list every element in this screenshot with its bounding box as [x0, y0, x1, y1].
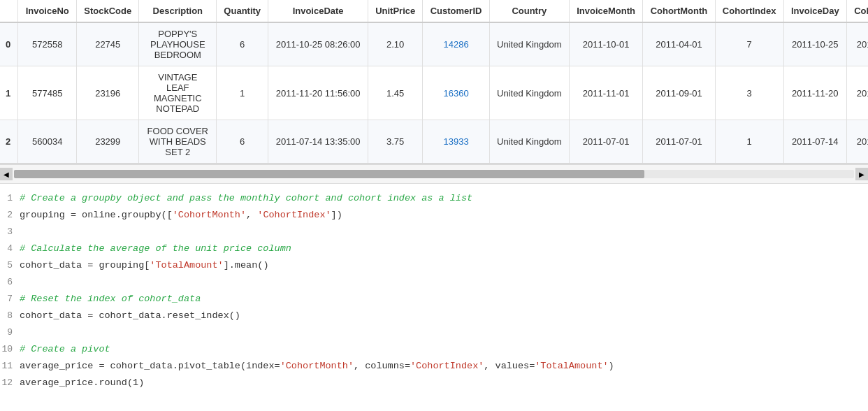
data-table: InvoiceNo StockCode Description Quantity… [0, 0, 868, 164]
table-cell: 572558 [18, 22, 77, 66]
code-token: 'CohortIndex' [410, 361, 484, 371]
code-token: 'TotalAmount' [150, 260, 223, 271]
line-number: 7 [0, 291, 20, 307]
scroll-track[interactable] [14, 170, 854, 178]
code-content: # Create a groupby object and pass the m… [20, 191, 868, 207]
line-number: 3 [0, 224, 20, 240]
table-cell: 1.45 [368, 66, 423, 120]
table-cell: 13933 [423, 120, 489, 164]
code-section: 1# Create a groupby object and pass the … [0, 184, 868, 399]
table-cell: 3 [715, 66, 783, 120]
table-cell: 2011-11-01 [569, 66, 642, 120]
table-cell: 1 [0, 66, 18, 120]
col-header-country: Country [489, 0, 569, 22]
table-cell: 2011-07-1 [846, 120, 868, 164]
col-header-invoiceno: InvoiceNo [18, 0, 77, 22]
code-token: average_price = cohort_data.pivot_table(… [20, 361, 280, 371]
code-token: , [246, 210, 257, 220]
line-number: 12 [0, 375, 20, 391]
table-cell: 2011-04-01 [643, 22, 715, 66]
code-content: average_price.round(1) [20, 375, 868, 391]
code-line: 8cohort_data = cohort_data.reset_index() [0, 308, 868, 325]
code-content: cohort_data = cohort_data.reset_index() [20, 308, 868, 324]
line-number: 5 [0, 258, 20, 273]
line-number: 6 [0, 275, 20, 290]
table-cell: POPPY'S PLAYHOUSE BEDROOM [139, 22, 217, 66]
code-token: 'TotalAmount' [535, 361, 608, 371]
code-line: 9 [0, 325, 868, 342]
scroll-bar-row: ◀ ▶ [0, 164, 868, 184]
col-header-description: Description [139, 0, 217, 22]
table-cell: 2.10 [368, 22, 423, 66]
code-token: 'CohortMonth' [280, 361, 354, 371]
code-token: ].mean() [224, 260, 269, 271]
table-row: 256003423299FOOD COVER WITH BEADS SET 26… [0, 120, 868, 164]
code-token: cohort_data = cohort_data.reset_index() [20, 310, 240, 321]
table-cell: 2011-07-01 [643, 120, 715, 164]
table-cell: 23299 [77, 120, 139, 164]
code-token: ) [609, 361, 614, 371]
col-header-invoiceday: InvoiceDay [783, 0, 846, 22]
line-number: 10 [0, 342, 20, 357]
table-cell: 2011-07-14 13:35:00 [268, 120, 368, 164]
line-number: 8 [0, 308, 20, 324]
col-header-unitprice: UnitPrice [368, 0, 423, 22]
table-cell: 23196 [77, 66, 139, 120]
code-line: 6 [0, 275, 868, 291]
table-cell: 2011-10-25 08:26:00 [268, 22, 368, 66]
col-header-customerid: CustomerID [423, 0, 489, 22]
table-cell: United Kingdom [489, 66, 569, 120]
code-line: 5cohort_data = grouping['TotalAmount'].m… [0, 258, 868, 275]
table-cell: 1 [217, 66, 268, 120]
line-number: 2 [0, 208, 20, 223]
scroll-left-button[interactable]: ◀ [0, 168, 13, 180]
col-header-cohortindex: CohortIndex [715, 0, 783, 22]
scroll-thumb [14, 170, 644, 178]
table-cell: 14286 [423, 22, 489, 66]
table-cell: United Kingdom [489, 120, 569, 164]
code-token: cohort_data = grouping[ [20, 260, 150, 271]
col-header-stockcode: StockCode [77, 0, 139, 22]
table-cell: 2011-10-25 [783, 22, 846, 66]
table-row: 157748523196VINTAGE LEAF MAGNETIC NOTEPA… [0, 66, 868, 120]
table-cell: 2011-09-01 [643, 66, 715, 120]
table-cell: United Kingdom [489, 22, 569, 66]
code-token: ]) [331, 210, 342, 220]
table-cell: 2011-09-1 [846, 66, 868, 120]
code-content: # Calculate the average of the unit pric… [20, 241, 868, 257]
table-cell: 3.75 [368, 120, 423, 164]
table-cell: 2011-10-01 [569, 22, 642, 66]
code-line: 1# Create a groupby object and pass the … [0, 191, 868, 208]
table-cell: 2011-07-01 [569, 120, 642, 164]
table-cell: 577485 [18, 66, 77, 120]
code-token: average_price.round(1) [20, 377, 144, 388]
code-content: grouping = online.groupby(['CohortMonth'… [20, 208, 868, 224]
scroll-right-button[interactable]: ▶ [855, 168, 868, 180]
line-number: 4 [0, 241, 20, 257]
table-cell: 2011-11-20 11:56:00 [268, 66, 368, 120]
col-header-invoicemonth: InvoiceMonth [569, 0, 642, 22]
line-number: 11 [0, 359, 20, 374]
col-header-cohortday: CohortDay [846, 0, 868, 22]
table-cell: 16360 [423, 66, 489, 120]
code-token: , values= [484, 361, 535, 371]
code-line: 11average_price = cohort_data.pivot_tabl… [0, 359, 868, 375]
table-section: InvoiceNo StockCode Description Quantity… [0, 0, 868, 164]
table-cell: 2011-07-14 [783, 120, 846, 164]
col-header-invoicedate: InvoiceDate [268, 0, 368, 22]
table-cell: VINTAGE LEAF MAGNETIC NOTEPAD [139, 66, 217, 120]
col-header-cohortmonth: CohortMonth [643, 0, 715, 22]
table-cell: 6 [217, 22, 268, 66]
table-cell: 2011-04-1 [846, 22, 868, 66]
table-cell: 6 [217, 120, 268, 164]
code-line: 2grouping = online.groupby(['CohortMonth… [0, 208, 868, 224]
table-cell: FOOD COVER WITH BEADS SET 2 [139, 120, 217, 164]
col-header-quantity: Quantity [217, 0, 268, 22]
table-row: 057255822745POPPY'S PLAYHOUSE BEDROOM620… [0, 22, 868, 66]
table-cell: 22745 [77, 22, 139, 66]
code-token: grouping = online.groupby([ [20, 210, 173, 220]
code-content: cohort_data = grouping['TotalAmount'].me… [20, 258, 868, 274]
table-cell: 2 [0, 120, 18, 164]
table-cell: 2011-11-20 [783, 66, 846, 120]
code-token: 'CohortMonth' [173, 210, 246, 220]
